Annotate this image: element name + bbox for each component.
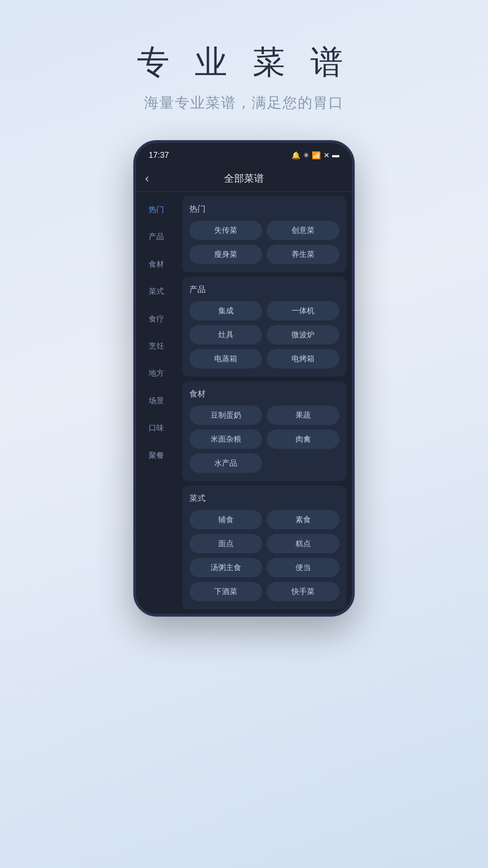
tag-btn-0-1[interactable]: 创意菜: [267, 221, 339, 240]
back-button[interactable]: ‹: [145, 171, 163, 185]
status-time: 17:37: [149, 151, 169, 160]
wifi-icon: 📶: [312, 151, 321, 160]
tags-grid-1: 集成一体机灶具微波炉电蒸箱电烤箱: [189, 301, 339, 368]
tag-btn-2-4[interactable]: 水产品: [189, 453, 262, 473]
tag-btn-3-3[interactable]: 糕点: [267, 534, 339, 553]
status-icons: 🔔 ✳ 📶 ✕ ▬: [291, 151, 339, 160]
page-header: 专 业 菜 谱 海量专业菜谱，满足您的胃口: [137, 41, 351, 113]
sidebar-item-5[interactable]: 烹饪: [136, 333, 177, 360]
bell-icon: 🔔: [291, 151, 300, 160]
tag-btn-2-3[interactable]: 肉禽: [267, 429, 339, 449]
sidebar-item-9[interactable]: 聚餐: [136, 442, 177, 469]
category-card-1: 产品集成一体机灶具微波炉电蒸箱电烤箱: [182, 277, 347, 377]
sidebar-item-0[interactable]: 热门: [136, 196, 177, 223]
tag-btn-3-4[interactable]: 汤粥主食: [189, 558, 262, 577]
tag-btn-2-1[interactable]: 果蔬: [267, 406, 339, 425]
sidebar: 热门产品食材菜式食疗烹饪地方场景口味聚餐: [136, 192, 177, 614]
page-subtitle: 海量专业菜谱，满足您的胃口: [137, 93, 351, 113]
tag-btn-2-2[interactable]: 米面杂粮: [189, 429, 262, 449]
sidebar-item-6[interactable]: 地方: [136, 360, 177, 387]
nav-title: 全部菜谱: [163, 172, 325, 185]
main-content: 热门产品食材菜式食疗烹饪地方场景口味聚餐 热门失传菜创意菜瘦身菜养生菜产品集成一…: [136, 192, 352, 614]
tag-btn-2-0[interactable]: 豆制蛋奶: [189, 406, 262, 425]
tag-btn-1-3[interactable]: 微波炉: [267, 325, 339, 344]
sidebar-item-1[interactable]: 产品: [136, 223, 177, 250]
battery-icon: ▬: [332, 151, 339, 159]
tag-btn-3-2[interactable]: 面点: [189, 534, 262, 553]
category-label-0: 热门: [189, 203, 339, 214]
sidebar-item-8[interactable]: 口味: [136, 415, 177, 442]
tag-btn-1-2[interactable]: 灶具: [189, 325, 262, 344]
tag-btn-3-0[interactable]: 辅食: [189, 510, 262, 529]
tag-btn-1-5[interactable]: 电烤箱: [267, 349, 339, 368]
category-label-1: 产品: [189, 284, 339, 295]
close-icon: ✕: [324, 151, 329, 160]
sidebar-item-7[interactable]: 场景: [136, 387, 177, 415]
status-bar: 17:37 🔔 ✳ 📶 ✕ ▬: [136, 143, 352, 165]
tag-btn-0-3[interactable]: 养生菜: [267, 245, 339, 264]
tag-btn-3-6[interactable]: 下酒菜: [189, 582, 262, 601]
tag-btn-3-1[interactable]: 素食: [267, 510, 339, 529]
category-label-3: 菜式: [189, 493, 339, 504]
category-label-2: 食材: [189, 388, 339, 399]
page-title: 专 业 菜 谱: [137, 41, 351, 84]
category-card-3: 菜式辅食素食面点糕点汤粥主食便当下酒菜快手菜: [182, 486, 347, 609]
tag-btn-0-2[interactable]: 瘦身菜: [189, 245, 262, 264]
tags-grid-2: 豆制蛋奶果蔬米面杂粮肉禽水产品: [189, 406, 339, 473]
category-card-0: 热门失传菜创意菜瘦身菜养生菜: [182, 196, 347, 272]
tag-btn-1-0[interactable]: 集成: [189, 301, 262, 321]
phone-mockup: 17:37 🔔 ✳ 📶 ✕ ▬ ‹ 全部菜谱 热门产品食材菜式食疗烹饪地方场景口…: [133, 140, 355, 617]
tag-btn-1-1[interactable]: 一体机: [267, 301, 339, 321]
tag-btn-3-5[interactable]: 便当: [267, 558, 339, 577]
tag-btn-0-0[interactable]: 失传菜: [189, 221, 262, 240]
tags-grid-3: 辅食素食面点糕点汤粥主食便当下酒菜快手菜: [189, 510, 339, 601]
category-card-2: 食材豆制蛋奶果蔬米面杂粮肉禽水产品: [182, 381, 347, 481]
sidebar-item-3[interactable]: 菜式: [136, 278, 177, 305]
sidebar-item-4[interactable]: 食疗: [136, 306, 177, 333]
content-area: 热门失传菜创意菜瘦身菜养生菜产品集成一体机灶具微波炉电蒸箱电烤箱食材豆制蛋奶果蔬…: [177, 192, 352, 614]
tags-grid-0: 失传菜创意菜瘦身菜养生菜: [189, 221, 339, 264]
tag-btn-3-7[interactable]: 快手菜: [267, 582, 339, 601]
sidebar-item-2[interactable]: 食材: [136, 251, 177, 278]
bluetooth-icon: ✳: [303, 151, 309, 160]
tag-btn-1-4[interactable]: 电蒸箱: [189, 349, 262, 368]
top-nav: ‹ 全部菜谱: [136, 165, 352, 192]
